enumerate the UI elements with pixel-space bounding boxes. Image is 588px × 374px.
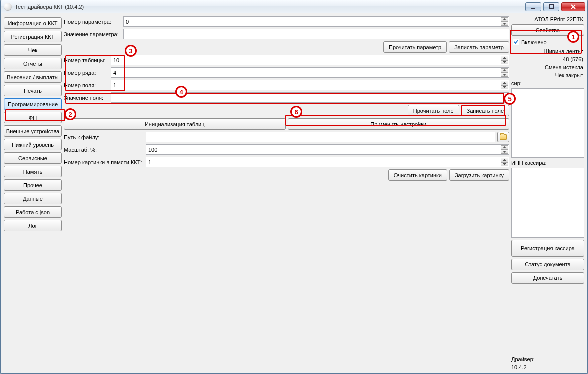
maximize-button[interactable] — [543, 2, 559, 12]
pic-number-label: Номер картинки в памяти ККТ: — [64, 160, 144, 166]
sidebar-item-log[interactable]: Лог — [4, 220, 62, 232]
sidebar-item-registration[interactable]: Регистрация ККТ — [4, 31, 62, 42]
register-cashier-button[interactable]: Регистрация кассира — [511, 240, 584, 257]
param-number-spinner[interactable] — [501, 18, 508, 26]
table-number-spinner[interactable] — [501, 56, 508, 64]
file-path-label: Путь к файлу: — [64, 134, 144, 140]
folder-icon — [500, 134, 507, 140]
file-path-input[interactable] — [146, 132, 495, 142]
sidebar-item-cash[interactable]: Внесения / выплаты — [4, 72, 62, 83]
browse-button[interactable] — [497, 132, 509, 142]
svg-rect-0 — [531, 8, 535, 9]
sidebar-item-print[interactable]: Печать — [4, 85, 62, 96]
main-panel: Номер параметра: 0 Значение параметра: П… — [64, 16, 509, 370]
tape-width-value: 48 (576) — [511, 56, 584, 62]
sidebar-item-other[interactable]: Прочее — [4, 180, 62, 191]
sidebar-item-reports[interactable]: Отчеты — [4, 58, 62, 70]
scale-spinner[interactable] — [501, 146, 508, 154]
cashier-inn-label: ИНН кассира: — [511, 160, 584, 166]
clear-pics-button[interactable]: Очистить картинки — [388, 170, 447, 181]
tape-width-label: Ширина ленты: — [511, 48, 584, 54]
field-number-label: Номер поля: — [64, 82, 109, 88]
sidebar-item-memory[interactable]: Память — [4, 166, 62, 178]
row-number-label: Номер ряда: — [64, 70, 109, 76]
load-pic-button[interactable]: Загрузить картинку — [449, 170, 509, 181]
titlebar: Тест драйвера ККТ (10.4.2) — [1, 0, 587, 14]
param-value-label: Значение параметра: — [64, 32, 121, 38]
pic-number-input[interactable]: 1 — [146, 157, 509, 168]
client-area: Информация о ККТ Регистрация ККТ Чек Отч… — [1, 14, 587, 374]
sidebar-item-data[interactable]: Данные — [4, 193, 62, 204]
field-number-input[interactable]: 1 — [111, 80, 509, 90]
row-number-spinner[interactable] — [501, 68, 508, 77]
sidebar-item-ext-devices[interactable]: Внешние устройства — [4, 126, 62, 137]
pic-number-spinner[interactable] — [501, 158, 508, 166]
driver-version: 10.4.2 — [511, 364, 584, 370]
receipt-label: Чек закрыт — [511, 72, 584, 78]
app-icon — [4, 3, 12, 11]
read-field-button[interactable]: Прочитать поле — [408, 105, 459, 116]
sidebar-item-receipt[interactable]: Чек — [4, 44, 62, 56]
scale-label: Масштаб, %: — [64, 147, 144, 153]
enabled-checkbox-row[interactable]: Включено — [511, 38, 584, 46]
cashier-input[interactable] — [511, 88, 584, 158]
enabled-label: Включено — [521, 40, 547, 46]
row-number-input[interactable]: 4 — [111, 68, 509, 78]
sidebar-item-fn[interactable]: ФН — [4, 112, 62, 124]
sidebar: Информация о ККТ Регистрация ККТ Чек Отч… — [4, 16, 62, 370]
read-param-button[interactable]: Прочитать параметр — [383, 42, 447, 53]
window: Тест драйвера ККТ (10.4.2) Информация о … — [0, 0, 588, 374]
sidebar-item-programming[interactable]: Программирование — [4, 98, 62, 110]
reprint-button[interactable]: Допечатать — [511, 272, 584, 284]
table-number-input[interactable]: 10 — [111, 55, 509, 66]
cashier-inn-input[interactable] — [511, 168, 584, 238]
field-number-spinner[interactable] — [501, 81, 508, 90]
param-number-label: Номер параметра: — [64, 19, 121, 25]
param-number-input[interactable]: 0 — [123, 16, 509, 27]
window-title: Тест драйвера ККТ (10.4.2) — [15, 4, 522, 10]
field-value-label: Значение поля: — [64, 95, 109, 101]
apply-settings-button[interactable]: Применить настройки — [288, 118, 510, 130]
properties-button[interactable]: Свойства — [511, 24, 584, 36]
cashier-truncated-label: сир: — [511, 80, 584, 86]
sidebar-item-info[interactable]: Информация о ККТ — [4, 18, 62, 29]
param-value-input[interactable] — [123, 29, 509, 40]
svg-rect-1 — [549, 5, 553, 9]
enabled-checkbox[interactable] — [513, 39, 519, 46]
table-number-label: Номер таблицы: — [64, 58, 109, 64]
field-value-input[interactable] — [111, 92, 509, 103]
write-param-button[interactable]: Записать параметр — [449, 42, 509, 53]
write-field-button[interactable]: Записать поле — [461, 105, 509, 116]
init-tables-button[interactable]: Инициализация таблиц — [64, 118, 286, 130]
sidebar-item-service[interactable]: Сервисные — [4, 152, 62, 164]
session-label: Смена истекла — [511, 64, 584, 70]
right-panel: АТОЛ FPrint-22ПТК Свойства Включено Шири… — [511, 16, 584, 370]
close-button[interactable] — [561, 2, 585, 12]
minimize-button[interactable] — [525, 2, 541, 12]
device-name: АТОЛ FPrint-22ПТК — [511, 16, 584, 22]
doc-status-button[interactable]: Статус документа — [511, 259, 584, 270]
sidebar-item-json[interactable]: Работа с json — [4, 206, 62, 218]
sidebar-item-low-level[interactable]: Нижний уровень — [4, 139, 62, 150]
driver-label: Драйвер: — [511, 356, 584, 362]
scale-input[interactable]: 100 — [146, 144, 509, 155]
